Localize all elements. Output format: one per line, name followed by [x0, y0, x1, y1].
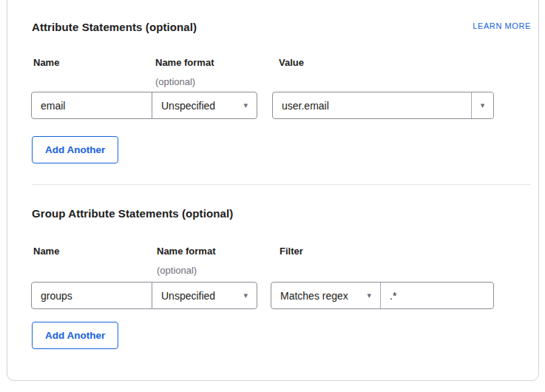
attr-name-format-optional-note: (optional) — [155, 76, 195, 87]
group-name-format-select[interactable]: Unspecified ▾ — [152, 282, 257, 309]
group-attribute-statements-title: Group Attribute Statements (optional) — [32, 207, 233, 220]
group-filter-value-input[interactable] — [381, 283, 493, 308]
chevron-down-icon: ▾ — [481, 101, 485, 109]
group-name-format-selected-value: Unspecified — [161, 290, 215, 302]
attr-name-format-selected-value: Unspecified — [161, 100, 215, 112]
chevron-down-icon: ▾ — [243, 291, 248, 300]
group-name-column-label: Name — [33, 246, 59, 257]
chevron-down-icon: ▾ — [367, 291, 371, 300]
group-name-input[interactable] — [32, 283, 152, 308]
attr-add-another-button[interactable]: Add Another — [32, 136, 118, 163]
saml-settings-card: Attribute Statements (optional) LEARN MO… — [7, 0, 539, 381]
group-filter-value-wrap — [381, 283, 493, 308]
attr-name-column-label: Name — [33, 57, 59, 68]
attr-value-column-label: Value — [279, 57, 304, 68]
attr-value-input[interactable] — [273, 92, 471, 118]
attr-value-input-wrap — [273, 92, 471, 118]
attr-name-field — [31, 92, 152, 119]
learn-more-link[interactable]: LEARN MORE — [444, 21, 531, 30]
group-filter-combobox: Matches regex ▾ — [271, 282, 494, 309]
attr-name-format-column-label: Name format — [155, 57, 214, 68]
section-divider-mid — [32, 184, 530, 185]
chevron-down-icon: ▾ — [243, 101, 248, 109]
group-name-format-column-label: Name format — [157, 246, 215, 257]
attr-name-input[interactable] — [32, 92, 152, 118]
group-name-field — [31, 282, 152, 309]
group-name-format-optional-note: (optional) — [157, 265, 197, 276]
group-filter-type-selected-value: Matches regex — [280, 290, 348, 302]
attr-value-dropdown-button[interactable]: ▾ — [471, 92, 493, 118]
attribute-statements-title: Attribute Statements (optional) — [32, 21, 197, 33]
group-add-another-button[interactable]: Add Another — [32, 322, 118, 349]
attr-value-combobox: ▾ — [272, 92, 494, 119]
group-filter-column-label: Filter — [280, 246, 303, 257]
attr-name-format-select[interactable]: Unspecified ▾ — [152, 92, 257, 119]
group-filter-type-select[interactable]: Matches regex ▾ — [271, 283, 381, 308]
